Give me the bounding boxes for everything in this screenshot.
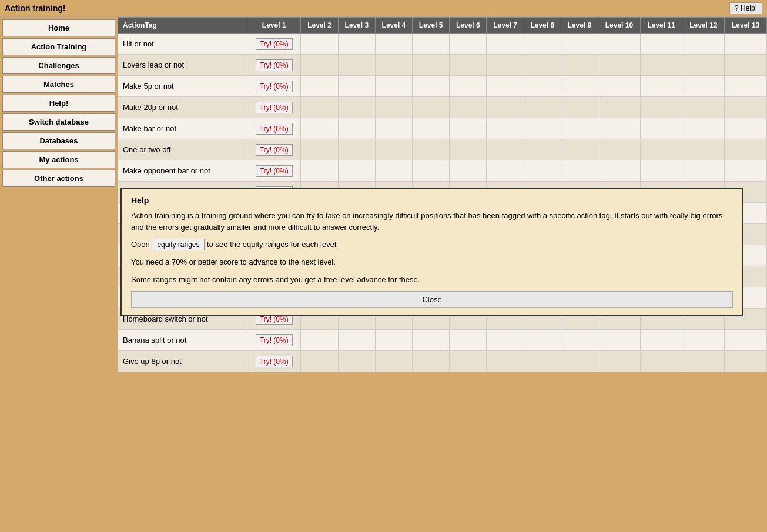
- table-header-row: ActionTagLevel 1Level 2Level 3Level 4Lev…: [118, 18, 767, 34]
- level4-cell-0: [375, 34, 412, 55]
- help-title-button[interactable]: ? Help!: [729, 2, 762, 14]
- main-content: ActionTagLevel 1Level 2Level 3Level 4Lev…: [118, 17, 767, 532]
- sidebar-btn-databases[interactable]: Databases: [2, 132, 115, 149]
- col-header-level-3: Level 3: [338, 18, 375, 34]
- sidebar-btn-home[interactable]: Home: [2, 19, 115, 36]
- level13-cell-1: [725, 55, 767, 76]
- level2-cell-0: [301, 34, 338, 55]
- help-text1: Action trainining is a training ground w…: [131, 210, 733, 233]
- level11-cell-3: [640, 97, 682, 118]
- level11-cell-2: [640, 76, 682, 97]
- help-panel-title: Help: [131, 196, 733, 205]
- try-button[interactable]: Try! (0%): [256, 102, 293, 113]
- close-button[interactable]: Close: [131, 291, 733, 308]
- level12-cell-4: [682, 118, 725, 139]
- sidebar-btn-matches[interactable]: Matches: [2, 76, 115, 93]
- equity-ranges-button[interactable]: equity ranges: [152, 239, 205, 250]
- level12-cell-3: [682, 97, 725, 118]
- level1-cell-3: Try! (0%): [247, 97, 301, 118]
- sidebar-btn-action-training[interactable]: Action Training: [2, 38, 115, 55]
- level13-cell-2: [725, 76, 767, 97]
- level11-cell-6: [640, 160, 682, 182]
- level7-cell-1: [487, 55, 524, 76]
- col-header-level-6: Level 6: [450, 18, 487, 34]
- col-header-level-4: Level 4: [375, 18, 412, 34]
- col-header-level-13: Level 13: [725, 18, 767, 34]
- col-header-actiontag: ActionTag: [118, 18, 247, 34]
- level8-cell-2: [524, 76, 561, 97]
- level10-cell-3: [598, 97, 641, 118]
- col-header-level-11: Level 11: [640, 18, 682, 34]
- level9-cell-15: [561, 351, 598, 372]
- level12-cell-2: [682, 76, 725, 97]
- level9-cell-1: [561, 55, 598, 76]
- level7-cell-4: [487, 118, 524, 139]
- action-tag-cell: Hit or not: [118, 34, 247, 55]
- try-button[interactable]: Try! (0%): [256, 59, 293, 71]
- level3-cell-0: [338, 34, 375, 55]
- level10-cell-4: [598, 118, 641, 139]
- level4-cell-1: [375, 55, 412, 76]
- col-header-level-7: Level 7: [487, 18, 524, 34]
- level12-cell-5: [682, 139, 725, 160]
- try-button[interactable]: Try! (0%): [256, 81, 293, 92]
- level13-cell-3: [725, 97, 767, 118]
- sidebar-btn-other-actions[interactable]: Other actions: [2, 170, 115, 187]
- level11-cell-5: [640, 139, 682, 160]
- level9-cell-0: [561, 34, 598, 55]
- try-button[interactable]: Try! (0%): [256, 356, 293, 367]
- action-tag-cell: Make bar or not: [118, 118, 247, 139]
- try-button[interactable]: Try! (0%): [256, 334, 293, 346]
- help-text2: Open equity ranges to see the equity ran…: [131, 239, 733, 250]
- table-row: One or two offTry! (0%): [118, 139, 767, 160]
- action-tag-cell: Make 20p or not: [118, 97, 247, 118]
- table-row: Make opponent bar or notTry! (0%): [118, 160, 767, 182]
- col-header-level-12: Level 12: [682, 18, 725, 34]
- level1-cell-1: Try! (0%): [247, 55, 301, 76]
- level2-cell-14: [301, 330, 338, 351]
- table-row: Lovers leap or notTry! (0%): [118, 55, 767, 76]
- level6-cell-1: [450, 55, 487, 76]
- help-text2-pre: Open: [131, 240, 150, 249]
- level3-cell-14: [338, 330, 375, 351]
- col-header-level-8: Level 8: [524, 18, 561, 34]
- level11-cell-14: [640, 330, 682, 351]
- level5-cell-2: [413, 76, 450, 97]
- level12-cell-0: [682, 34, 725, 55]
- level9-cell-5: [561, 139, 598, 160]
- action-tag-cell: Lovers leap or not: [118, 55, 247, 76]
- level9-cell-14: [561, 330, 598, 351]
- level8-cell-14: [524, 330, 561, 351]
- sidebar-btn-challenges[interactable]: Challenges: [2, 57, 115, 74]
- level3-cell-6: [338, 160, 375, 182]
- table-row: Make 5p or notTry! (0%): [118, 76, 767, 97]
- level7-cell-5: [487, 139, 524, 160]
- sidebar-btn-switch-database[interactable]: Switch database: [2, 113, 115, 131]
- level10-cell-5: [598, 139, 641, 160]
- help-text4: Some ranges might not contain any errors…: [131, 274, 733, 286]
- try-button[interactable]: Try! (0%): [256, 165, 293, 177]
- try-button[interactable]: Try! (0%): [256, 144, 293, 156]
- level6-cell-14: [450, 330, 487, 351]
- sidebar-btn-my-actions[interactable]: My actions: [2, 151, 115, 168]
- level6-cell-15: [450, 351, 487, 372]
- help-text3: You need a 70% or better score to advanc…: [131, 256, 733, 268]
- level9-cell-2: [561, 76, 598, 97]
- level2-cell-15: [301, 351, 338, 372]
- level7-cell-3: [487, 97, 524, 118]
- level12-cell-15: [682, 351, 725, 372]
- try-button[interactable]: Try! (0%): [256, 38, 293, 50]
- level5-cell-0: [413, 34, 450, 55]
- try-button[interactable]: Try! (0%): [256, 123, 293, 135]
- level7-cell-6: [487, 160, 524, 182]
- level5-cell-15: [413, 351, 450, 372]
- action-tag-cell: One or two off: [118, 139, 247, 160]
- sidebar-btn-help[interactable]: Help!: [2, 95, 115, 112]
- level10-cell-2: [598, 76, 641, 97]
- level8-cell-3: [524, 97, 561, 118]
- level5-cell-6: [413, 160, 450, 182]
- level13-cell-14: [725, 330, 767, 351]
- level5-cell-4: [413, 118, 450, 139]
- level10-cell-14: [598, 330, 641, 351]
- action-tag-cell: Give up 8p or not: [118, 351, 247, 372]
